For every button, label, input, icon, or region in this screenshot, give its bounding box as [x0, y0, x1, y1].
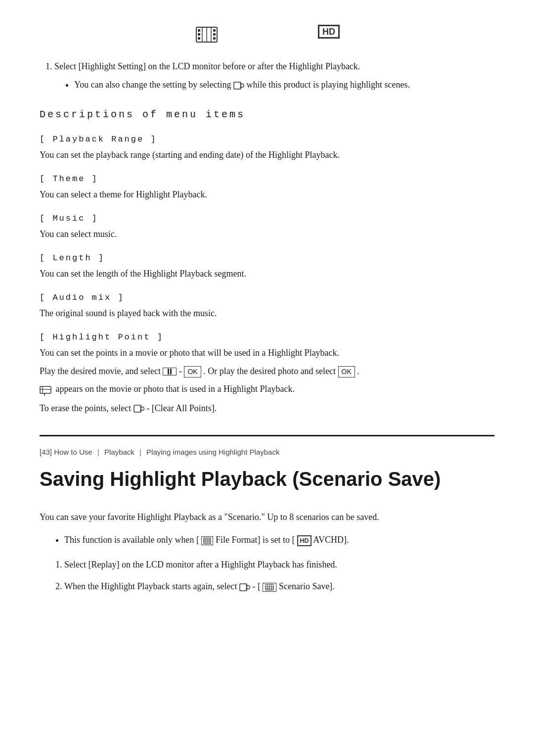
menu-item-audio-mix: [ Audio mix ] The original sound is play… [40, 291, 494, 321]
svg-rect-6 [213, 37, 216, 40]
bottom-step-1: Select [Replay] on the LCD monitor after… [64, 557, 494, 572]
svg-rect-4 [213, 29, 216, 32]
highlight-point-desc-4: To erase the points, select - [Clear All… [40, 401, 494, 416]
breadcrumb-part1: [43] How to Use [40, 448, 92, 456]
theme-desc: You can select a theme for Highlight Pla… [40, 188, 494, 202]
intro-item-1-text: Select [Highlight Setting] on the LCD mo… [54, 61, 360, 71]
menu-items-list: [ Playback Range ] You can set the playb… [40, 133, 494, 416]
top-icons-row: HD [40, 25, 494, 45]
svg-rect-14 [40, 386, 51, 393]
playback-range-desc: You can set the playback range (starting… [40, 148, 494, 162]
bottom-step-2: When the Highlight Playback starts again… [64, 579, 494, 594]
bullet-text-1: You can also change the setting by selec… [74, 80, 410, 90]
menu-item-music: [ Music ] You can select music. [40, 212, 494, 241]
scenario-save-icon [263, 583, 276, 592]
breadcrumb-sep1: | [97, 448, 99, 456]
bottom-steps-list: Select [Replay] on the LCD monitor after… [40, 557, 494, 594]
bottom-step-2-text: When the Highlight Playback starts again… [64, 581, 335, 591]
bottom-bullet-list: This function is available only when [ F… [40, 533, 494, 547]
audio-mix-desc: The original sound is played back with t… [40, 306, 494, 321]
page-title: Saving Highlight Playback (Scenario Save… [40, 463, 494, 495]
hd-badge-icon: HD [318, 25, 340, 45]
breadcrumb-part2: Playback [104, 448, 134, 456]
intro-bullet-item-1: You can also change the setting by selec… [74, 78, 494, 92]
menu-item-highlight-point: [ Highlight Point ] You can set the poin… [40, 331, 494, 416]
highlight-point-label: [ Highlight Point ] [40, 331, 494, 344]
ok-button-1: OK [184, 366, 201, 378]
menu-item-length: [ Length ] You can set the length of the… [40, 251, 494, 281]
bullet-file-format-text: This function is available only when [ F… [64, 535, 349, 545]
breadcrumb-sep2: | [139, 448, 141, 456]
breadcrumb-part3: Playing images using Highlight Playback [146, 448, 279, 456]
pause-icon [168, 369, 172, 375]
svg-rect-5 [213, 33, 216, 36]
settings-icon-inline [233, 81, 244, 90]
theme-label: [ Theme ] [40, 172, 494, 186]
intro-list: Select [Highlight Setting] on the LCD mo… [40, 59, 494, 92]
highlight-point-desc-2: Play the desired movie, and select - OK … [40, 364, 494, 378]
highlight-point-desc-3: appears on the movie or photo that is us… [40, 382, 494, 397]
section-divider [40, 435, 494, 436]
hd-small-badge: HD [297, 535, 312, 546]
pause-button-icon [163, 368, 177, 376]
audio-mix-label: [ Audio mix ] [40, 291, 494, 304]
playback-range-label: [ Playback Range ] [40, 133, 494, 146]
ok-button-2: OK [338, 366, 355, 378]
highlight-point-desc-1: You can set the points in a movie or pho… [40, 346, 494, 360]
intro-list-item-1: Select [Highlight Setting] on the LCD mo… [54, 59, 494, 92]
bottom-intro: You can save your favorite Highlight Pla… [40, 510, 494, 525]
bottom-bullet-item-1: This function is available only when [ F… [64, 533, 494, 547]
svg-rect-18 [134, 405, 141, 412]
descriptions-heading: Descriptions of menu items [40, 107, 494, 123]
breadcrumb: [43] How to Use | Playback | Playing ima… [40, 446, 494, 458]
page-container: HD Select [Highlight Setting] on the LCD… [0, 0, 534, 756]
erase-settings-icon [134, 404, 144, 413]
settings-icon-step2 [239, 583, 250, 592]
music-desc: You can select music. [40, 227, 494, 241]
length-desc: You can set the length of the Highlight … [40, 267, 494, 281]
svg-rect-1 [198, 29, 200, 32]
highlight-flag-icon [40, 383, 51, 397]
menu-item-playback-range: [ Playback Range ] You can set the playb… [40, 133, 494, 162]
svg-rect-28 [240, 584, 247, 591]
length-label: [ Length ] [40, 251, 494, 265]
svg-rect-2 [198, 33, 200, 36]
file-format-icon [201, 536, 213, 545]
filmstrip-icon [194, 25, 219, 45]
intro-bullet-list: You can also change the setting by selec… [54, 78, 494, 92]
svg-rect-3 [198, 37, 200, 40]
music-label: [ Music ] [40, 212, 494, 225]
menu-item-theme: [ Theme ] You can select a theme for Hig… [40, 172, 494, 202]
